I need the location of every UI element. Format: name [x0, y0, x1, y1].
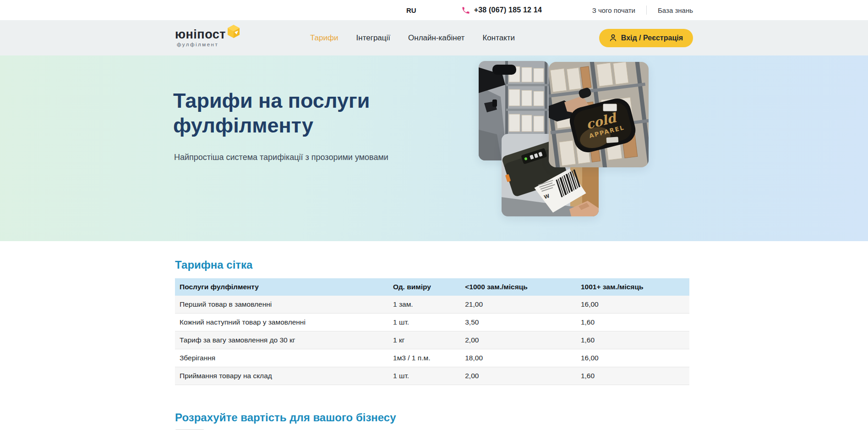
logo-title: юніпост [175, 28, 226, 41]
table-cell: 1,60 [576, 331, 689, 349]
main-content: Тарифна сітка Послуги фулфілменту Од. ви… [0, 241, 868, 430]
logo[interactable]: юніпост фулфілмент [175, 28, 248, 47]
table-cell: 1,60 [576, 367, 689, 385]
table-cell: 1 кг [388, 331, 460, 349]
topbar-divider [646, 6, 647, 15]
col-header-over-1001: 1001+ зам./місяць [576, 278, 689, 296]
nav-item-tariffs[interactable]: Тарифи [310, 33, 338, 43]
pricing-table-header-row: Послуги фулфілменту Од. виміру <1000 зам… [175, 278, 689, 296]
site-header: юніпост фулфілмент Тарифи Інтеграції Онл… [0, 20, 868, 55]
table-cell: 2,00 [460, 367, 576, 385]
table-cell: 2,00 [460, 331, 576, 349]
table-cell: Кожний наступний товар у замовленні [175, 314, 388, 331]
topbar-links: З чого почати База знань [592, 6, 693, 15]
table-cell: 21,00 [460, 296, 576, 314]
table-cell: Перший товар в замовленні [175, 296, 388, 314]
phone-icon [461, 6, 470, 15]
link-knowledge-base[interactable]: База знань [658, 6, 693, 14]
language-switcher[interactable]: RU [406, 6, 416, 14]
table-row: Тариф за вагу замовлення до 30 кг1 кг2,0… [175, 331, 689, 349]
table-cell: Приймання товару на склад [175, 367, 388, 385]
table-row: Зберігання1м3 / 1 п.м.18,0016,00 [175, 349, 689, 367]
table-row: Перший товар в замовленні1 зам.21,0016,0… [175, 296, 689, 314]
phone-link[interactable]: +38 (067) 185 12 14 [461, 6, 542, 15]
nav-item-integrations[interactable]: Інтеграції [356, 33, 391, 43]
login-register-button[interactable]: Вхід / Реєстрація [599, 29, 693, 47]
table-row: Кожний наступний товар у замовленні1 шт.… [175, 314, 689, 331]
col-header-unit: Од. виміру [388, 278, 460, 296]
calculator-heading: Розрахуйте вартість для вашого бізнесу [175, 411, 693, 424]
table-cell: 16,00 [576, 349, 689, 367]
table-cell: 3,50 [460, 314, 576, 331]
logo-subtitle: фулфілмент [177, 42, 248, 47]
main-nav: Тарифи Інтеграції Онлайн-кабінет Контакт… [310, 33, 515, 43]
hero-section: Тарифи на послуги фулфілменту Найпростіш… [0, 55, 868, 241]
nav-item-contacts[interactable]: Контакти [482, 33, 515, 43]
col-header-service: Послуги фулфілменту [175, 278, 388, 296]
topbar: RU +38 (067) 185 12 14 З чого почати Баз… [0, 0, 868, 20]
user-icon [609, 34, 617, 42]
nav-item-online-cabinet[interactable]: Онлайн-кабінет [408, 33, 464, 43]
login-register-label: Вхід / Реєстрація [621, 34, 683, 42]
table-cell: 1 шт. [388, 367, 460, 385]
link-get-started[interactable]: З чого почати [592, 6, 635, 14]
pricing-heading: Тарифна сітка [175, 258, 693, 271]
table-cell: 16,00 [576, 296, 689, 314]
logo-cube-icon [228, 25, 240, 39]
table-cell: 1,60 [576, 314, 689, 331]
table-cell: Зберігання [175, 349, 388, 367]
pricing-table: Послуги фулфілменту Од. виміру <1000 зам… [175, 278, 689, 385]
table-cell: Тариф за вагу замовлення до 30 кг [175, 331, 388, 349]
phone-number[interactable]: +38 (067) 185 12 14 [474, 6, 542, 14]
pricing-table-body: Перший товар в замовленні1 зам.21,0016,0… [175, 296, 689, 385]
table-cell: 1 зам. [388, 296, 460, 314]
table-cell: 18,00 [460, 349, 576, 367]
pricing-table-head: Послуги фулфілменту Од. виміру <1000 зам… [175, 278, 689, 296]
table-row: Приймання товару на склад1 шт.2,001,60 [175, 367, 689, 385]
table-cell: 1 шт. [388, 314, 460, 331]
table-cell: 1м3 / 1 п.м. [388, 349, 460, 367]
hero-photo-collage: W [175, 55, 693, 241]
package-in-hand-photo: cold APPAREL [549, 62, 649, 167]
col-header-under-1000: <1000 зам./місяць [460, 278, 576, 296]
